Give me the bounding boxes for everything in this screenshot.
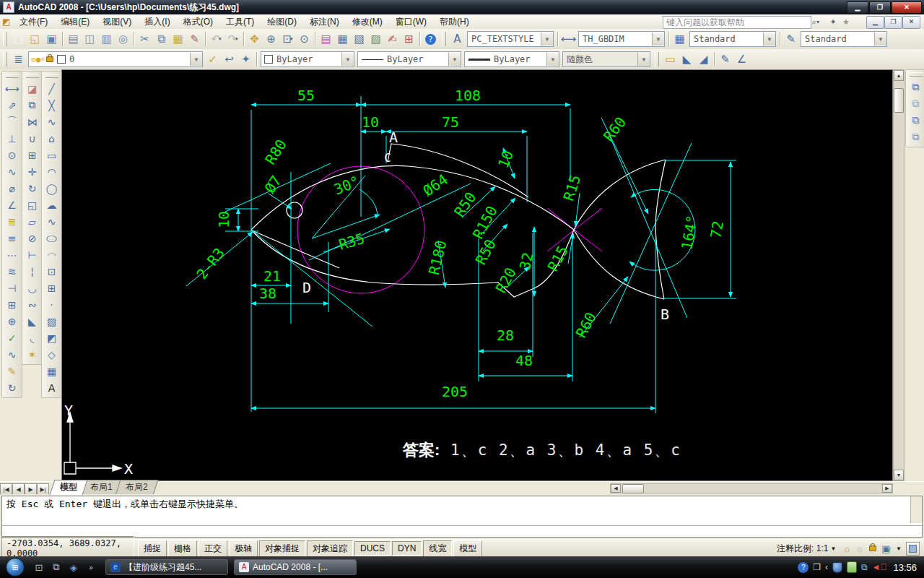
extend-icon[interactable]: ⊢	[24, 246, 40, 263]
table-style-icon[interactable]: ▦	[671, 31, 688, 48]
make-object-layer-current-icon[interactable]: ✓	[204, 51, 221, 68]
multileader-style-combo[interactable]: Standard▼	[801, 31, 887, 47]
status-menu-dropdown-icon[interactable]: ▼	[896, 545, 902, 552]
annotation-toolbar-grip[interactable]	[655, 52, 659, 66]
window-switcher-icon[interactable]: ⧉	[50, 561, 63, 574]
menu-item-4[interactable]: 格式(O)	[177, 15, 219, 28]
break-icon[interactable]: ◡	[24, 280, 40, 296]
diameter-dimension-icon[interactable]: ⌀	[4, 180, 20, 197]
dimension-break-icon[interactable]: ⊣	[4, 280, 20, 296]
window-minimize-button[interactable]: ▁	[847, 1, 868, 14]
command-input[interactable]	[2, 526, 922, 540]
annotation-autoscale-icon[interactable]: ☼	[855, 543, 864, 554]
aligned-dimension-icon[interactable]: ⇗	[4, 97, 20, 113]
vertical-scrollbar[interactable]: ▲ ▼	[893, 69, 905, 481]
multiline-text-icon[interactable]: A	[43, 379, 60, 396]
jogged-linear-icon[interactable]: ∿	[4, 346, 20, 363]
menu-item-3[interactable]: 插入(I)	[138, 15, 176, 28]
styles-toolbar-grip[interactable]	[442, 32, 446, 46]
zoom-window-icon[interactable]: ⊡▾	[279, 31, 296, 48]
battery-icon[interactable]	[847, 561, 857, 573]
scroll-down-icon[interactable]: ▼	[894, 470, 904, 480]
tab-last-icon[interactable]: ▶|	[37, 483, 49, 495]
vertical-scroll-thumb[interactable]	[894, 88, 904, 113]
tab-layout2[interactable]: 布局2	[115, 480, 158, 495]
status-toggle-栅格[interactable]: 栅格	[168, 540, 197, 557]
dimension-update-style-icon[interactable]: ✎	[717, 51, 733, 68]
tab-prev-icon[interactable]: ◀	[12, 483, 25, 495]
status-toggle-正交[interactable]: 正交	[199, 540, 227, 557]
combo-arrow-icon[interactable]: ▼	[652, 33, 664, 46]
menu-item-2[interactable]: 视图(V)	[96, 15, 138, 28]
pan-icon[interactable]: ✥	[246, 31, 263, 48]
clean-screen-button[interactable]	[906, 542, 920, 556]
network-icon[interactable]: ⧉	[861, 562, 868, 572]
status-toggle-极轴[interactable]: 极轴	[229, 540, 258, 557]
insert-block-icon[interactable]: ⊡	[43, 263, 60, 280]
quickcalc-icon[interactable]: ⊞	[401, 31, 417, 48]
help-icon[interactable]: ?	[422, 31, 439, 48]
volume-muted-icon[interactable]: ◄⃠	[872, 562, 887, 572]
freeze-circle-icon[interactable]: ●	[36, 55, 41, 64]
chamfer-icon[interactable]: ◣	[24, 313, 40, 329]
draw-toolbar-grip[interactable]	[45, 74, 58, 78]
layers-toolbar-grip[interactable]	[3, 52, 7, 66]
tray-help-icon[interactable]: ?	[798, 562, 808, 573]
delete-current-scale-icon[interactable]: ◢	[695, 51, 712, 68]
linetype-combo[interactable]: ByLayer ▼	[357, 51, 461, 67]
markup-set-manager-icon[interactable]: ✍	[384, 31, 401, 48]
tab-next-icon[interactable]: ▶	[25, 483, 37, 495]
text-style-combo[interactable]: PC_TEXTSTYLE▼	[467, 31, 554, 47]
dimension-space-icon[interactable]: ≋	[4, 263, 20, 280]
taskbar-item-autocad[interactable]: A AutoCAD 2008 - [...	[234, 559, 357, 575]
polyline-icon[interactable]: ∿	[43, 113, 60, 130]
jogged-dimension-icon[interactable]: ∿	[4, 163, 20, 180]
annotation-visibility-icon[interactable]: ☼	[842, 543, 851, 554]
annotation-scale-dropdown-icon[interactable]: ▼	[830, 545, 836, 552]
menu-item-8[interactable]: 修改(M)	[346, 15, 389, 28]
dim-style-combo[interactable]: TH_GBDIM▼	[578, 31, 665, 47]
center-mark-icon[interactable]: ⊕	[4, 313, 20, 329]
text-style-icon[interactable]: A	[449, 31, 466, 48]
menu-item-7[interactable]: 标注(N)	[303, 15, 346, 28]
angular-dimension-icon[interactable]: ∠	[4, 197, 20, 213]
combo-arrow-icon[interactable]: ▼	[874, 33, 886, 46]
lightbulb-icon[interactable]: ⊙	[31, 55, 36, 64]
menu-item-10[interactable]: 帮助(H)	[433, 15, 476, 28]
rectangle-icon[interactable]: ▭	[43, 147, 60, 163]
window-close-button[interactable]: ✕	[892, 1, 922, 14]
send-under-objects-icon[interactable]: ⧉	[907, 129, 924, 145]
multileader-style-icon[interactable]: ✎	[783, 31, 799, 48]
menu-item-9[interactable]: 窗口(W)	[389, 15, 433, 28]
viewport-sun-icon[interactable]: ☼	[40, 55, 45, 64]
annotation-scale-value[interactable]: 1:1	[816, 543, 829, 553]
undo-dropdown-icon[interactable]: ▾	[219, 36, 222, 42]
dim-style-icon[interactable]: ⟷	[560, 31, 577, 48]
scroll-right-icon[interactable]: ▶	[882, 484, 892, 493]
add-current-scale-icon[interactable]: ◣	[679, 51, 695, 68]
send-to-back-icon[interactable]: ⧉	[907, 95, 924, 112]
region-icon[interactable]: ◇	[43, 346, 60, 363]
zoom-window-dropdown-icon[interactable]: ▾	[290, 36, 293, 42]
rotate-icon[interactable]: ↻	[24, 180, 40, 197]
dimension-edit-icon[interactable]: ✎	[4, 363, 20, 379]
show-desktop-icon[interactable]: ⊡	[32, 561, 45, 574]
plot-icon[interactable]: ▤	[65, 31, 82, 48]
dimension-toolbar-grip[interactable]	[6, 74, 19, 78]
move-icon[interactable]: ✛	[24, 163, 40, 180]
polygon-icon[interactable]: ⌂	[43, 130, 60, 147]
layer-previous-icon[interactable]: ↩	[221, 51, 237, 68]
ellipse-arc-icon[interactable]: ◠	[43, 246, 60, 263]
table-icon[interactable]: ▦	[43, 363, 60, 379]
command-scrollbar[interactable]	[910, 496, 922, 523]
linetype-combo-arrow[interactable]: ▼	[448, 53, 461, 66]
drawing-canvas[interactable]: 答案: 1、c 2、a 3、b 4、a 5、c 551081075ACR80Ø7…	[61, 69, 893, 481]
toolbar-window-positions-icon[interactable]: ▣✓	[881, 543, 892, 554]
status-toggle-DUCS[interactable]: DUCS	[354, 541, 391, 556]
lock-icon[interactable]	[46, 56, 53, 62]
redo-icon[interactable]: ↷▾	[225, 31, 241, 48]
table-style-combo[interactable]: Standard▼	[689, 31, 776, 47]
horizontal-scroll-thumb[interactable]	[622, 484, 644, 493]
annotation-angle-icon[interactable]: ∠	[733, 51, 750, 68]
sheet-set-manager-icon[interactable]: ▨	[367, 31, 384, 48]
